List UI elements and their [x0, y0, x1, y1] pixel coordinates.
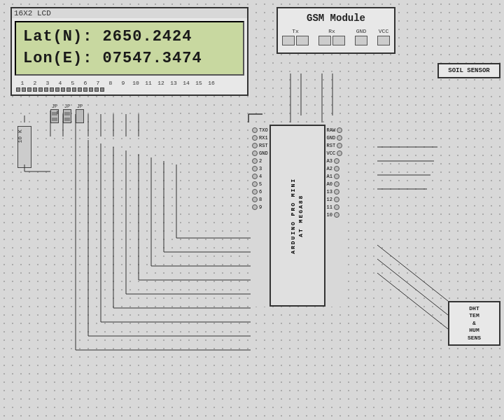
- arduino-label: ARDUINO PRO MINIAT MEGA88: [289, 178, 304, 254]
- svg-line-36: [377, 273, 448, 329]
- gsm-label: GSM Module: [282, 13, 390, 24]
- gsm-pins: Tx Rx GND VCC: [282, 28, 390, 46]
- arduino-left-pins: TXO RX1 RST GND 2 3 4 5 6 8 9: [251, 125, 270, 307]
- dht-sensor: DHTTEM&HUMSENS: [448, 301, 500, 346]
- gsm-module: GSM Module Tx Rx GND VCC: [276, 7, 396, 54]
- lcd-line2: Lon(E): 07547.3474: [23, 48, 236, 70]
- svg-line-34: [377, 245, 448, 301]
- arduino-right-pins: RAW GND RST VCC A3 A2 A1 A0 13 12 11 10: [326, 125, 344, 307]
- soil-sensor: SOIL SENSOR: [438, 63, 500, 78]
- dht-sensor-label: DHTTEM&HUMSENS: [452, 305, 496, 342]
- lcd-label: 16X2 LCD: [12, 8, 247, 18]
- lcd-pin-numbers: 1 2 3 4 5 6 7 8 9 10 11 12 13 14 15 16: [12, 78, 247, 88]
- lcd-screen: Lat(N): 2650.2424 Lon(E): 07547.3474: [15, 21, 244, 76]
- arduino-body: ARDUINO PRO MINIAT MEGA88: [270, 125, 326, 307]
- lcd-pin-connector: [12, 88, 247, 94]
- jp-components: JP JP JP: [50, 104, 84, 123]
- soil-sensor-label: SOIL SENSOR: [442, 67, 496, 74]
- svg-line-35: [377, 259, 448, 315]
- lcd-line1: Lat(N): 2650.2424: [23, 27, 236, 48]
- lcd-display: 16X2 LCD Lat(N): 2650.2424 Lon(E): 07547…: [10, 7, 248, 96]
- resistor: 10 K: [14, 119, 31, 168]
- arduino-pro-mini: TXO RX1 RST GND 2 3 4 5 6 8 9 ARDUINO PR…: [251, 125, 344, 307]
